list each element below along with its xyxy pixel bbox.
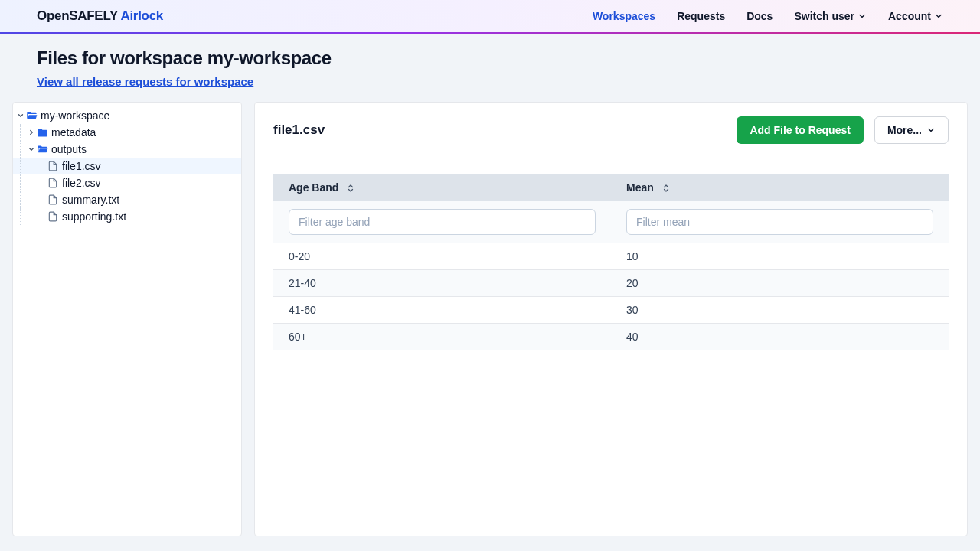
table-wrap: Age Band Mean: [255, 158, 967, 365]
table-row: 60+ 40: [273, 324, 949, 350]
col-header-label: Mean: [626, 181, 654, 194]
tree-label: file1.csv: [62, 160, 101, 172]
nav-docs[interactable]: Docs: [746, 10, 773, 22]
add-file-to-request-button[interactable]: Add File to Request: [737, 116, 863, 144]
chevron-down-icon: [27, 145, 36, 153]
chevron-down-icon: [858, 11, 867, 21]
filter-mean-input[interactable]: [626, 209, 933, 235]
cell-age: 21-40: [273, 270, 611, 297]
view-all-requests-link[interactable]: View all release requests for workspace: [37, 75, 253, 88]
nav-account[interactable]: Account: [888, 10, 943, 22]
folder-icon: [36, 126, 48, 139]
cell-mean: 10: [611, 243, 949, 270]
sort-icon: [346, 183, 355, 194]
brand-logo[interactable]: OpenSAFELY Airlock: [37, 8, 163, 24]
sort-icon: [662, 183, 671, 194]
nav-requests-label: Requests: [677, 10, 725, 22]
nav-account-label: Account: [888, 10, 931, 22]
nav-switch-user[interactable]: Switch user: [794, 10, 867, 22]
content-header: file1.csv Add File to Request More...: [255, 103, 967, 158]
tree-file-summary[interactable]: summary.txt: [13, 191, 241, 208]
tree-folder-outputs[interactable]: outputs: [13, 141, 241, 158]
content-panel: file1.csv Add File to Request More...: [254, 102, 968, 536]
file-tree: my-workspace metadata: [12, 102, 242, 536]
tree-folder-metadata[interactable]: metadata: [13, 124, 241, 141]
tree-file-file1[interactable]: file1.csv: [13, 158, 241, 174]
table-row: 0-20 10: [273, 243, 949, 270]
nav-requests[interactable]: Requests: [677, 10, 725, 22]
brand-text-right: Airlock: [120, 8, 163, 23]
folder-open-icon: [25, 109, 38, 122]
cell-age: 0-20: [273, 243, 611, 270]
content-actions: Add File to Request More...: [737, 116, 949, 144]
brand-text-left: OpenSAFELY: [37, 8, 120, 23]
button-label: Add File to Request: [750, 124, 850, 136]
tree-label: supporting.txt: [62, 210, 126, 223]
file-icon: [47, 177, 59, 189]
chevron-down-icon: [934, 11, 943, 21]
page-header: Files for workspace my-workspace View al…: [0, 34, 980, 102]
tree-root[interactable]: my-workspace: [13, 107, 241, 124]
cell-mean: 20: [611, 270, 949, 297]
tree-file-supporting[interactable]: supporting.txt: [13, 208, 241, 225]
file-icon: [47, 160, 59, 172]
main-layout: my-workspace metadata: [0, 102, 980, 549]
tree-file-file2[interactable]: file2.csv: [13, 174, 241, 191]
top-nav: OpenSAFELY Airlock Workspaces Requests D…: [0, 0, 980, 34]
data-table: Age Band Mean: [273, 174, 949, 350]
tree-label: outputs: [51, 143, 87, 155]
file-icon: [47, 210, 59, 223]
nav-switch-user-label: Switch user: [794, 10, 854, 22]
col-header-mean[interactable]: Mean: [611, 174, 949, 201]
tree-label: my-workspace: [41, 109, 109, 122]
table-row: 21-40 20: [273, 270, 949, 297]
nav-links: Workspaces Requests Docs Switch user Acc…: [593, 10, 943, 22]
table-row: 41-60 30: [273, 297, 949, 324]
file-icon: [47, 194, 59, 206]
cell-mean: 30: [611, 297, 949, 324]
folder-open-icon: [36, 143, 48, 155]
cell-age: 60+: [273, 324, 611, 350]
button-label: More...: [887, 124, 922, 136]
col-header-label: Age Band: [289, 181, 338, 194]
chevron-right-icon: [27, 129, 36, 136]
tree-label: summary.txt: [62, 194, 119, 206]
filter-age-band-input[interactable]: [289, 209, 596, 235]
nav-docs-label: Docs: [746, 10, 773, 22]
filter-row: [273, 201, 949, 243]
tree-label: metadata: [51, 126, 96, 139]
col-header-age-band[interactable]: Age Band: [273, 174, 611, 201]
cell-mean: 40: [611, 324, 949, 350]
nav-workspaces-label: Workspaces: [593, 10, 655, 22]
more-button[interactable]: More...: [874, 116, 949, 144]
cell-age: 41-60: [273, 297, 611, 324]
chevron-down-icon: [926, 126, 936, 135]
tree-label: file2.csv: [62, 177, 101, 189]
nav-workspaces[interactable]: Workspaces: [593, 10, 655, 22]
chevron-down-icon: [16, 112, 25, 119]
file-title: file1.csv: [273, 122, 325, 138]
page-title: Files for workspace my-workspace: [37, 47, 943, 69]
